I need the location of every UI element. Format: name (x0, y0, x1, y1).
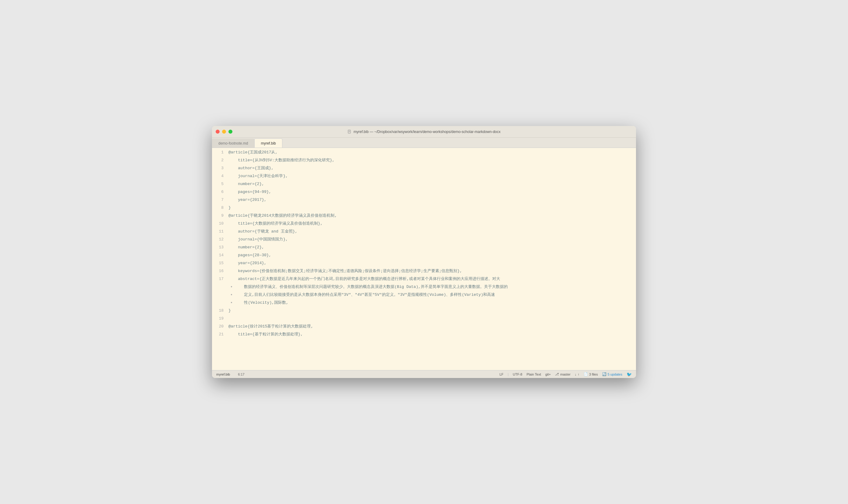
code-line-3: author={王国成}, (228, 164, 636, 172)
code-line-19 (228, 315, 636, 323)
branch-icon: ⎇ (555, 372, 559, 376)
code-line-7: year={2017}, (228, 196, 636, 204)
code-line-11: author={于晓龙 and 王金照}, (228, 228, 636, 236)
window-title: myref.bib — ~/Dropbox/var/wsywork/learn/… (348, 130, 501, 134)
titlebar: myref.bib — ~/Dropbox/var/wsywork/learn/… (212, 126, 636, 138)
bird-icon: 🐦 (626, 372, 632, 377)
code-line-18: } (228, 307, 636, 315)
code-line-wrap-1: • 数据的经济学涵义、价值创造机制等深层次问题研究较少。大数据的概念及演进大数据… (228, 283, 636, 291)
line-numbers: 1 2 3 4 5 6 7 8 9 10 11 12 13 14 15 16 1… (212, 148, 227, 370)
code-line-15: year={2014}, (228, 259, 636, 267)
code-line-wrap-3: • 性(Velocity),国际数, (228, 299, 636, 307)
status-syntax[interactable]: Plain Text (527, 373, 541, 376)
status-encoding[interactable]: UTF-8 (513, 373, 522, 376)
close-button[interactable] (216, 130, 220, 133)
code-line-16: keywords={价值创造机制;数据交叉;经济学涵义;不确定性;道德风险;假设… (228, 267, 636, 275)
statusbar: myref.bib 6:17 LF | UTF-8 Plain Text git… (212, 370, 636, 378)
code-line-8: } (228, 204, 636, 212)
status-updates[interactable]: 🔄 5 updates (602, 372, 622, 376)
up-arrow-icon: ↑ (577, 373, 579, 376)
code-line-wrap-2: • 定义,目前人们比较能接受的是从大数据本身的特点采用"3V"、"4V"甚至"5… (228, 291, 636, 299)
status-files[interactable]: 📄 3 files (584, 372, 598, 376)
code-editor[interactable]: @article{王国成2017从, title={从3V到5V:大数据助推经济… (227, 148, 636, 370)
minimize-button[interactable] (222, 130, 226, 133)
code-line-4: journal={天津社会科学}, (228, 172, 636, 180)
status-line-ending[interactable]: LF (500, 373, 503, 376)
tab-myref[interactable]: myref.bib (254, 139, 282, 148)
tabs-bar: demo-footnote.md myref.bib (212, 138, 636, 148)
status-branch[interactable]: ⎇ master (555, 372, 571, 376)
code-line-21: title={基于粒计算的大数据处理}, (228, 330, 636, 339)
code-line-6: pages={94–99}, (228, 188, 636, 196)
down-arrow-icon: ↓ (575, 373, 576, 376)
status-right: LF | UTF-8 Plain Text git+ ⎇ master ↓ ↑ … (500, 372, 632, 377)
status-filename: myref.bib (216, 373, 230, 376)
code-line-17: abstract={正大数据是近几年来兴起的一个热门名词,目前的研究多是对大数据… (228, 275, 636, 283)
svg-rect-0 (348, 130, 351, 133)
traffic-lights (216, 130, 232, 133)
code-line-12: journal={中国国情国力}, (228, 236, 636, 244)
code-line-9: @article{于晓龙2014大数据的经济学涵义及价值创造机制, (228, 212, 636, 220)
updates-icon: 🔄 (602, 372, 606, 376)
maximize-button[interactable] (228, 130, 232, 133)
code-line-14: pages={28–30}, (228, 251, 636, 259)
tab-footnote[interactable]: demo-footnote.md (212, 139, 254, 148)
status-git-tool[interactable]: git+ (545, 373, 551, 376)
files-icon: 📄 (584, 372, 588, 376)
code-line-20: @article{徐计2015基于粒计算的大数据处理, (228, 323, 636, 330)
code-line-10: title={大数据的经济学涵义及价值创造机制}, (228, 220, 636, 228)
editor-area: 1 2 3 4 5 6 7 8 9 10 11 12 13 14 15 16 1… (212, 148, 636, 370)
status-arrows[interactable]: ↓ ↑ (575, 373, 579, 376)
file-icon (348, 130, 352, 134)
code-line-2: title={从3V到5V:大数据助推经济行为的深化研究}, (228, 157, 636, 164)
code-line-5: number={2}, (228, 180, 636, 188)
code-line-1: @article{王国成2017从, (228, 148, 636, 157)
status-cursor: 6:17 (238, 373, 244, 376)
code-line-13: number={2}, (228, 244, 636, 251)
main-window: myref.bib — ~/Dropbox/var/wsywork/learn/… (212, 126, 636, 378)
